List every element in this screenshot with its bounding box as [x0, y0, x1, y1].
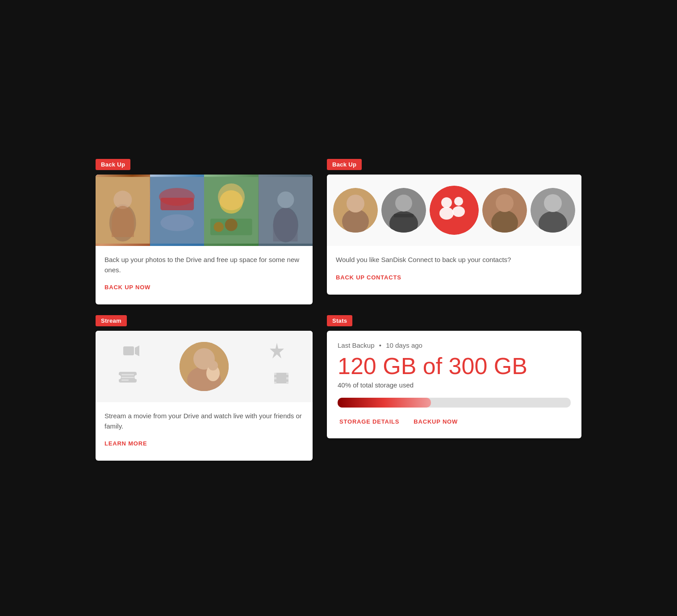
svg-rect-11 — [259, 177, 313, 244]
svg-marker-33 — [135, 345, 139, 356]
backup-contacts-card: Would you like SanDisk Connect to back u… — [327, 175, 581, 295]
backup-now-stats-button[interactable]: BACKUP NOW — [414, 418, 458, 425]
avatar2-svg — [381, 188, 426, 233]
svg-rect-40 — [121, 379, 129, 381]
svg-point-13 — [277, 191, 294, 208]
photo4-svg — [259, 175, 313, 246]
film-strip-icon — [272, 369, 290, 391]
backup-now-button[interactable]: BACK UP NOW — [104, 284, 150, 291]
svg-marker-34 — [270, 343, 284, 358]
backup-contacts-cell: Back Up — [320, 152, 589, 308]
svg-rect-43 — [274, 377, 276, 379]
main-grid: Back Up — [88, 152, 589, 464]
backup-contacts-body: Would you like SanDisk Connect to back u… — [327, 246, 581, 286]
photo-2 — [150, 175, 205, 246]
svg-point-31 — [544, 194, 562, 212]
svg-point-2 — [113, 191, 132, 209]
svg-point-10 — [225, 219, 238, 231]
backup-contacts-button[interactable]: BACK UP CONTACTS — [336, 274, 401, 281]
backup-photos-badge: Back Up — [96, 159, 130, 170]
backup-contacts-desc: Would you like SanDisk Connect to back u… — [336, 255, 573, 265]
svg-point-5 — [160, 214, 194, 231]
stream-center-image — [180, 342, 229, 391]
svg-point-1 — [109, 204, 136, 241]
stream-desc: Stream a movie from your Drive and watch… — [104, 411, 304, 431]
svg-point-9 — [213, 222, 223, 232]
svg-rect-38 — [121, 374, 134, 375]
storage-progress-bar — [338, 398, 571, 408]
backup-photos-body: Back up your photos to the Drive and fre… — [96, 246, 313, 296]
storage-details-button[interactable]: STORAGE DETAILS — [339, 418, 399, 425]
backup-photos-card: Back up your photos to the Drive and fre… — [96, 175, 313, 304]
svg-rect-44 — [274, 382, 276, 384]
contact-avatar-4 — [482, 188, 527, 233]
last-backup-dot: • — [379, 341, 381, 349]
stream-badge: Stream — [96, 315, 127, 326]
last-backup-label: Last Backup — [338, 341, 375, 349]
ticket-icon — [118, 367, 138, 391]
photos-strip — [96, 175, 313, 246]
movie-camera-icon — [122, 342, 140, 364]
svg-point-7 — [220, 190, 243, 213]
backup-photos-desc: Back up your photos to the Drive and fre… — [104, 255, 304, 275]
stats-actions: STORAGE DETAILS BACKUP NOW — [338, 418, 571, 425]
photo2-svg — [150, 175, 205, 246]
svg-rect-45 — [286, 373, 288, 375]
svg-rect-39 — [121, 377, 134, 378]
svg-point-12 — [273, 207, 298, 242]
learn-more-button[interactable]: LEARN MORE — [104, 440, 147, 447]
svg-rect-4 — [160, 198, 194, 210]
contact-avatar-2 — [381, 188, 426, 233]
stream-body: Stream a movie from your Drive and watch… — [96, 402, 313, 452]
svg-point-23 — [439, 207, 454, 220]
sparkles-icon — [268, 342, 286, 364]
contact-avatar-5 — [531, 188, 575, 233]
photo3-svg — [204, 175, 259, 246]
stream-card: Stream a movie from your Drive and watch… — [96, 331, 313, 461]
avatar5-svg — [531, 188, 575, 233]
backup-contacts-badge: Back Up — [327, 159, 362, 170]
contact-avatar-group — [430, 186, 479, 235]
photo-1 — [96, 175, 150, 246]
photo1-svg — [96, 175, 150, 246]
svg-rect-32 — [123, 346, 134, 355]
contacts-strip — [327, 175, 581, 246]
storage-sub: 40% of total storage used — [338, 381, 571, 389]
photo-4 — [259, 175, 313, 246]
stats-card: Last Backup • 10 days ago 120 GB of 300 … — [327, 331, 581, 438]
stream-cell: Stream — [88, 308, 320, 464]
contact-avatar-1 — [333, 188, 378, 233]
svg-point-25 — [452, 206, 465, 217]
svg-rect-47 — [286, 382, 288, 384]
progress-fill — [338, 398, 431, 408]
svg-point-16 — [347, 195, 364, 212]
svg-rect-46 — [286, 377, 288, 379]
last-backup-time: 10 days ago — [386, 341, 422, 349]
svg-point-19 — [395, 195, 412, 212]
svg-rect-0 — [96, 177, 150, 244]
avatar1-svg — [333, 188, 378, 233]
svg-point-22 — [441, 197, 452, 208]
photo-3 — [204, 175, 259, 246]
stream-visual — [96, 331, 313, 402]
storage-main: 120 GB of 300 GB — [338, 354, 571, 378]
stream-image-svg — [180, 342, 229, 391]
backup-photos-cell: Back Up — [88, 152, 320, 308]
stats-badge: Stats — [327, 315, 352, 326]
last-backup-text: Last Backup • 10 days ago — [338, 341, 571, 349]
svg-point-24 — [454, 197, 463, 206]
avatar4-svg — [482, 188, 527, 233]
avatar-group-svg — [430, 186, 479, 235]
svg-point-52 — [208, 361, 218, 370]
svg-point-28 — [496, 194, 514, 212]
svg-rect-20 — [394, 214, 414, 217]
stats-cell: Stats Last Backup • 10 days ago 120 GB o… — [320, 308, 589, 464]
svg-rect-42 — [274, 373, 276, 375]
stats-body: Last Backup • 10 days ago 120 GB of 300 … — [327, 331, 581, 429]
